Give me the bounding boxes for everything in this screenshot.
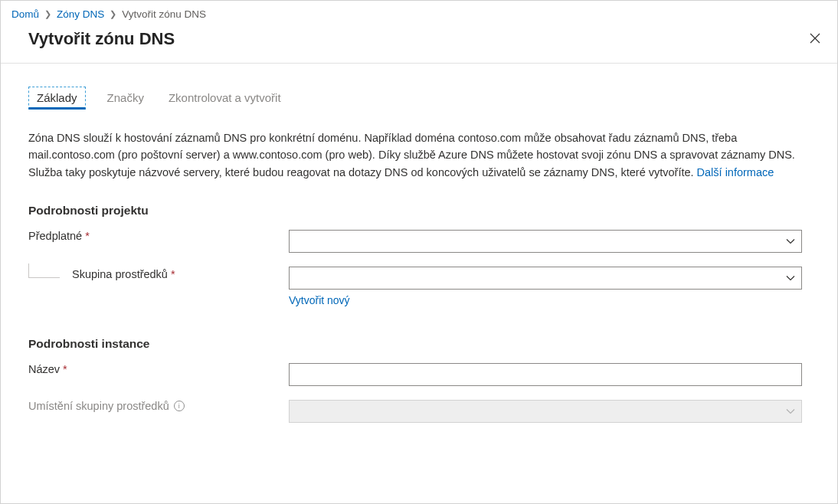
chevron-down-icon (786, 237, 795, 246)
subscription-select[interactable] (289, 230, 802, 253)
breadcrumb: Domů ❯ Zóny DNS ❯ Vytvořit zónu DNS (1, 1, 837, 26)
rg-location-select (289, 400, 802, 423)
info-icon[interactable]: i (174, 401, 185, 411)
subscription-label: Předplatné (28, 230, 82, 242)
tab-tags[interactable]: Značky (104, 87, 147, 110)
required-asterisk: * (63, 363, 67, 375)
rg-location-label: Umístění skupiny prostředků (28, 400, 169, 412)
section-instance-details: Podrobnosti instance (28, 337, 810, 351)
name-input[interactable] (289, 363, 802, 386)
resource-group-select[interactable] (289, 267, 802, 290)
chevron-right-icon: ❯ (110, 9, 116, 19)
name-label: Název (28, 363, 60, 375)
breadcrumb-zones[interactable]: Zóny DNS (57, 8, 104, 20)
create-new-link[interactable]: Vytvořit nový (289, 294, 350, 306)
learn-more-link[interactable]: Další informace (697, 166, 774, 178)
breadcrumb-current: Vytvořit zónu DNS (122, 8, 206, 20)
chevron-down-icon (786, 407, 795, 416)
tab-basics[interactable]: Základy (28, 87, 86, 110)
breadcrumb-home[interactable]: Domů (11, 8, 39, 20)
description-text: Zóna DNS slouží k hostování záznamů DNS … (28, 129, 802, 181)
required-asterisk: * (171, 268, 175, 280)
chevron-right-icon: ❯ (44, 9, 51, 19)
tabs: Základy Značky Zkontrolovat a vytvořit (28, 87, 810, 110)
tab-review[interactable]: Zkontrolovat a vytvořit (165, 87, 284, 110)
section-project-details: Podrobnosti projektu (28, 204, 810, 218)
close-icon (810, 33, 820, 44)
chevron-down-icon (786, 273, 795, 283)
close-button[interactable] (807, 29, 823, 49)
page-title: Vytvořit zónu DNS (28, 29, 175, 49)
resource-group-label: Skupina prostředků (72, 268, 168, 280)
required-asterisk: * (85, 230, 90, 242)
